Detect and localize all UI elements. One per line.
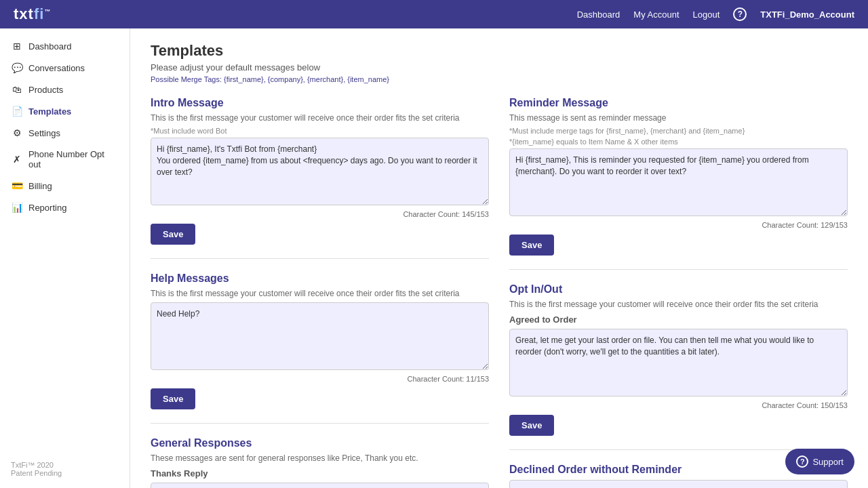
sidebar-label-dashboard: Dashboard xyxy=(28,41,72,52)
billing-icon: 💳 xyxy=(11,180,23,191)
sidebar-item-templates[interactable]: 📄 Templates xyxy=(0,100,130,122)
sidebar-item-reporting[interactable]: 📊 Reporting xyxy=(0,197,130,218)
agreed-to-order-title: Agreed to Order xyxy=(509,314,848,325)
intro-message-note: *Must include word Bot xyxy=(151,127,489,135)
reminder-message-section: Reminder Message This message is sent as… xyxy=(509,97,848,270)
top-nav-links: Dashboard My Account Logout ? TXTFi_Demo… xyxy=(577,7,854,21)
dashboard-icon: ⊞ xyxy=(11,41,23,52)
sidebar-label-reporting: Reporting xyxy=(28,203,66,213)
help-messages-char-count: Character Count: 11/153 xyxy=(151,375,489,383)
help-messages-section: Help Messages This is the first message … xyxy=(151,272,489,424)
intro-message-save-button[interactable]: Save xyxy=(151,224,195,245)
support-label: Support xyxy=(812,457,844,467)
support-icon: ? xyxy=(796,455,808,468)
general-responses-desc: These messages are sent for general resp… xyxy=(151,453,489,463)
logo-fi: fi xyxy=(34,5,44,22)
intro-message-char-count: Character Count: 145/153 xyxy=(151,210,489,218)
sidebar-label-billing: Billing xyxy=(28,181,52,191)
merge-tags: Possible Merge Tags: {first_name}, {comp… xyxy=(151,75,848,83)
reminder-message-desc: This message is sent as reminder message xyxy=(509,113,848,123)
sidebar-label-settings: Settings xyxy=(28,128,60,138)
page-title: Templates xyxy=(151,42,848,60)
sidebar-label-phone-number-opt-out: Phone Number Opt out xyxy=(28,149,119,169)
sidebar-item-products[interactable]: 🛍 Products xyxy=(0,79,130,100)
help-messages-desc: This is the first message your customer … xyxy=(151,289,489,298)
opt-in-out-save-button[interactable]: Save xyxy=(509,415,554,436)
sidebar: ⊞ Dashboard 💬 Conversations 🛍 Products 📄… xyxy=(0,28,130,488)
sidebar-label-conversations: Conversations xyxy=(28,63,85,73)
general-responses-title: General Responses xyxy=(151,437,489,449)
sidebar-item-phone-number-opt-out[interactable]: ✗ Phone Number Opt out xyxy=(0,144,130,175)
account-name: TXTFi_Demo_Account xyxy=(760,9,854,20)
sidebar-item-dashboard[interactable]: ⊞ Dashboard xyxy=(0,35,130,57)
logo: txtfi™ xyxy=(14,5,51,23)
help-messages-textarea[interactable] xyxy=(151,302,489,370)
layout: ⊞ Dashboard 💬 Conversations 🛍 Products 📄… xyxy=(0,28,868,488)
reminder-message-char-count: Character Count: 129/153 xyxy=(509,221,848,229)
sidebar-item-billing[interactable]: 💳 Billing xyxy=(0,175,130,197)
help-icon[interactable]: ? xyxy=(733,7,747,21)
sidebar-label-templates: Templates xyxy=(28,106,71,117)
intro-message-desc: This is the first message your customer … xyxy=(151,113,489,123)
thanks-reply-title: Thanks Reply xyxy=(151,468,489,479)
general-responses-section: General Responses These messages are sen… xyxy=(151,437,489,488)
templates-grid: Intro Message This is the first message … xyxy=(151,97,848,488)
settings-icon: ⚙ xyxy=(11,127,23,138)
reminder-message-textarea[interactable] xyxy=(509,148,848,216)
sidebar-item-conversations[interactable]: 💬 Conversations xyxy=(0,57,130,79)
templates-icon: 📄 xyxy=(11,106,23,117)
footer-line2: Patent Pending xyxy=(11,469,119,477)
opt-in-out-title: Opt In/Out xyxy=(509,283,848,296)
main-content: Templates Please adjust your default mes… xyxy=(130,28,868,488)
intro-message-title: Intro Message xyxy=(151,97,489,109)
thanks-reply-textarea[interactable] xyxy=(151,483,489,488)
logout-link[interactable]: Logout xyxy=(693,9,720,20)
reminder-message-title: Reminder Message xyxy=(509,97,848,109)
footer-line1: TxtFi™ 2020 xyxy=(11,461,119,469)
reporting-icon: 📊 xyxy=(11,202,23,213)
right-column: Reminder Message This message is sent as… xyxy=(509,97,848,488)
sidebar-label-products: Products xyxy=(28,85,63,95)
agreed-to-order-textarea[interactable] xyxy=(509,329,848,396)
my-account-link[interactable]: My Account xyxy=(633,9,679,20)
reminder-message-note2: *{item_name} equals to Item Name & X oth… xyxy=(509,138,848,146)
declined-order-textarea[interactable] xyxy=(509,480,848,488)
logo-text: txtfi™ xyxy=(14,5,51,23)
help-messages-title: Help Messages xyxy=(151,272,489,285)
logo-txt: txt xyxy=(14,5,34,22)
opt-in-out-desc: This is the first message your customer … xyxy=(509,300,848,309)
sidebar-footer: TxtFi™ 2020 Patent Pending xyxy=(0,450,130,488)
page-subtitle: Please adjust your default messages belo… xyxy=(151,62,848,73)
left-column: Intro Message This is the first message … xyxy=(151,97,489,488)
sidebar-item-settings[interactable]: ⚙ Settings xyxy=(0,122,130,144)
dashboard-link[interactable]: Dashboard xyxy=(577,9,620,20)
top-nav: txtfi™ Dashboard My Account Logout ? TXT… xyxy=(0,0,868,28)
reminder-message-save-button[interactable]: Save xyxy=(509,235,554,256)
intro-message-textarea[interactable] xyxy=(151,138,489,205)
conversations-icon: 💬 xyxy=(11,62,23,73)
optout-icon: ✗ xyxy=(11,154,23,165)
opt-in-out-section: Opt In/Out This is the first message you… xyxy=(509,283,848,450)
reminder-message-note1: *Must include merge tags for {first_name… xyxy=(509,127,848,135)
help-messages-save-button[interactable]: Save xyxy=(151,388,195,409)
products-icon: 🛍 xyxy=(11,84,23,95)
intro-message-section: Intro Message This is the first message … xyxy=(151,97,489,259)
support-button[interactable]: ? Support xyxy=(785,449,854,474)
logo-tm: ™ xyxy=(44,8,51,15)
agreed-to-order-char-count: Character Count: 150/153 xyxy=(509,401,848,409)
